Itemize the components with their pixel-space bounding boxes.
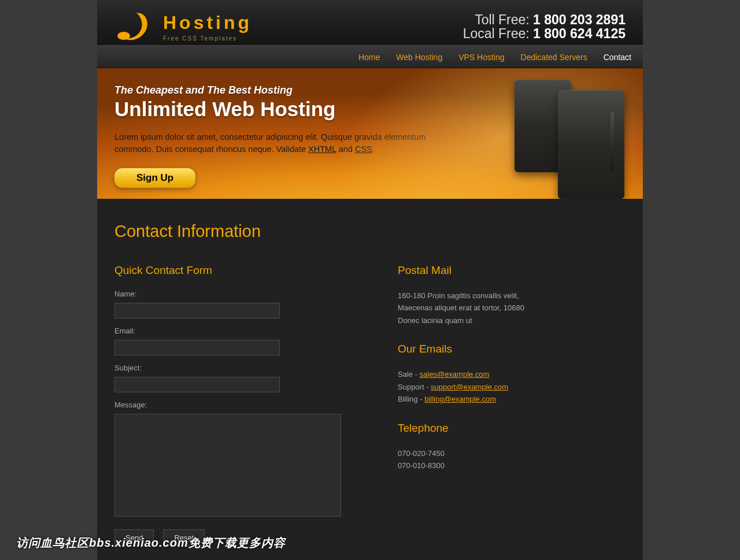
email-input[interactable] — [114, 340, 280, 355]
subject-input[interactable] — [114, 377, 280, 392]
telephone-line: 070-010-8300 — [398, 459, 626, 472]
server-icon — [558, 90, 624, 199]
postal-line: Maecenas aliquet erat at tortor, 10680 — [398, 302, 626, 314]
email-label: Email: — [114, 327, 357, 335]
local-free-label: Local Free: — [463, 26, 530, 41]
form-heading: Quick Contact Form — [114, 264, 357, 277]
main-nav: Home Web Hosting VPS Hosting Dedicated S… — [97, 45, 643, 68]
signup-button[interactable]: Sign Up — [114, 168, 195, 188]
name-label: Name: — [114, 290, 357, 298]
telephone-line: 070-020-7450 — [398, 447, 626, 459]
nav-item-web-hosting[interactable]: Web Hosting — [396, 52, 442, 62]
hero-link-css[interactable]: CSS — [355, 144, 372, 154]
local-free-number: 1 800 624 4125 — [533, 26, 626, 41]
email-link-sales[interactable]: sales@example.com — [420, 370, 490, 379]
server-illustration — [509, 73, 624, 194]
email-link-billing[interactable]: billing@example.com — [424, 395, 496, 403]
site-header: Hosting Free CSS Templates Toll Free: 1 … — [97, 0, 643, 45]
hero-body: Lorem ipsum dolor sit amet, consectetur … — [114, 131, 450, 155]
nav-item-vps-hosting[interactable]: VPS Hosting — [458, 52, 504, 62]
email-link-support[interactable]: support@example.com — [431, 383, 508, 391]
logo[interactable]: Hosting Free CSS Templates — [114, 10, 252, 44]
subject-label: Subject: — [114, 364, 357, 372]
header-phones: Toll Free: 1 800 203 2891 Local Free: 1 … — [463, 13, 626, 40]
postal-line: 160-180 Proin sagittis convallis velit, — [398, 290, 626, 302]
toll-free-number: 1 800 203 2891 — [533, 12, 626, 27]
email-row: Support - support@example.com — [398, 381, 626, 393]
name-input[interactable] — [114, 303, 280, 318]
watermark-text: 访问血鸟社区bbs.xieniao.com免费下载更多内容 — [16, 535, 286, 551]
toll-free-label: Toll Free: — [475, 12, 530, 27]
email-row: Sale - sales@example.com — [398, 368, 626, 380]
hero-banner: The Cheapest and The Best Hosting Unlimi… — [97, 68, 643, 199]
email-row: Billing - billing@example.com — [398, 393, 626, 405]
brand-name: Hosting — [163, 13, 252, 32]
postal-line: Donec lacinia quam ut — [398, 314, 626, 327]
logo-icon — [114, 10, 155, 44]
emails-heading: Our Emails — [398, 343, 626, 355]
telephone-heading: Telephone — [398, 422, 626, 435]
postal-heading: Postal Mail — [398, 264, 626, 277]
page-title: Contact Information — [114, 222, 626, 241]
nav-item-home[interactable]: Home — [358, 52, 380, 62]
brand-tagline: Free CSS Templates — [163, 35, 252, 42]
message-label: Message: — [114, 400, 357, 409]
nav-item-contact[interactable]: Contact — [604, 52, 631, 62]
hero-link-xhtml[interactable]: XHTML — [308, 144, 336, 154]
message-textarea[interactable] — [114, 414, 341, 517]
svg-point-0 — [117, 32, 130, 40]
nav-item-dedicated-servers[interactable]: Dedicated Servers — [521, 52, 587, 62]
